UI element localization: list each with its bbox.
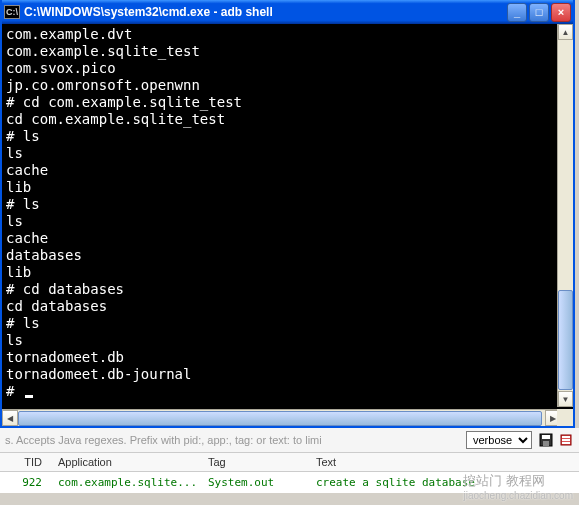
terminal-line: lib [6, 264, 569, 281]
cmd-icon: C:\ [4, 5, 20, 19]
scrollbar-corner [557, 409, 573, 426]
terminal-line: # cd databases [6, 281, 569, 298]
scroll-left-button[interactable]: ◀ [2, 410, 18, 426]
terminal-line: tornadomeet.db-journal [6, 366, 569, 383]
terminal-line: # ls [6, 128, 569, 145]
cmd-window: C:\ C:\WINDOWS\system32\cmd.exe - adb sh… [0, 0, 575, 428]
col-header-app[interactable]: Application [50, 456, 200, 468]
terminal-output[interactable]: com.example.dvt com.example.sqlite_test … [2, 24, 573, 407]
terminal-line: jp.co.omronsoft.openwnn [6, 77, 569, 94]
window-controls: _ □ × [507, 3, 571, 22]
close-button[interactable]: × [551, 3, 571, 22]
window-title: C:\WINDOWS\system32\cmd.exe - adb shell [24, 5, 507, 19]
scroll-thumb-h[interactable] [18, 411, 542, 426]
svg-rect-4 [562, 436, 570, 438]
terminal-line: # cd com.example.sqlite_test [6, 94, 569, 111]
terminal-line: cache [6, 162, 569, 179]
log-tid: 922 [0, 476, 50, 489]
terminal-line: cache [6, 230, 569, 247]
terminal-prompt: # [6, 383, 569, 400]
terminal-line: ls [6, 213, 569, 230]
terminal-line: com.svox.pico [6, 60, 569, 77]
terminal-line: lib [6, 179, 569, 196]
log-header: TID Application Tag Text [0, 453, 579, 472]
vertical-scrollbar[interactable]: ▲ ▼ [557, 24, 573, 407]
terminal-line: ls [6, 145, 569, 162]
col-header-tid[interactable]: TID [0, 456, 50, 468]
terminal-line: tornadomeet.db [6, 349, 569, 366]
svg-rect-6 [562, 442, 570, 444]
terminal-line: com.example.dvt [6, 26, 569, 43]
log-text: create a sqlite database [308, 476, 579, 489]
svg-rect-1 [542, 435, 550, 439]
terminal-line: databases [6, 247, 569, 264]
cursor [25, 395, 33, 398]
maximize-button[interactable]: □ [529, 3, 549, 22]
log-tag: System.out [200, 476, 308, 489]
terminal-line: ls [6, 332, 569, 349]
log-app: com.example.sqlite... [50, 476, 200, 489]
terminal-line: com.example.sqlite_test [6, 43, 569, 60]
clear-icon[interactable] [558, 432, 574, 448]
col-header-text[interactable]: Text [308, 456, 579, 468]
title-bar[interactable]: C:\ C:\WINDOWS\system32\cmd.exe - adb sh… [2, 0, 573, 24]
terminal-line: cd com.example.sqlite_test [6, 111, 569, 128]
filter-icons [538, 432, 574, 448]
scroll-down-button[interactable]: ▼ [558, 391, 573, 407]
save-icon[interactable] [538, 432, 554, 448]
minimize-button[interactable]: _ [507, 3, 527, 22]
scroll-thumb[interactable] [558, 290, 573, 390]
col-header-tag[interactable]: Tag [200, 456, 308, 468]
svg-rect-2 [543, 441, 549, 446]
prompt-text: # [6, 383, 23, 399]
scroll-up-button[interactable]: ▲ [558, 24, 573, 40]
horizontal-scrollbar[interactable]: ◀ ▶ [2, 409, 561, 426]
filter-hint: s. Accepts Java regexes. Prefix with pid… [5, 434, 460, 446]
log-level-select[interactable]: verbose [466, 431, 532, 449]
logcat-panel: s. Accepts Java regexes. Prefix with pid… [0, 428, 579, 493]
svg-rect-5 [562, 439, 570, 441]
filter-row: s. Accepts Java regexes. Prefix with pid… [0, 428, 579, 453]
terminal-line: # ls [6, 196, 569, 213]
terminal-line: # ls [6, 315, 569, 332]
log-row[interactable]: 922 com.example.sqlite... System.out cre… [0, 472, 579, 493]
terminal-line: cd databases [6, 298, 569, 315]
